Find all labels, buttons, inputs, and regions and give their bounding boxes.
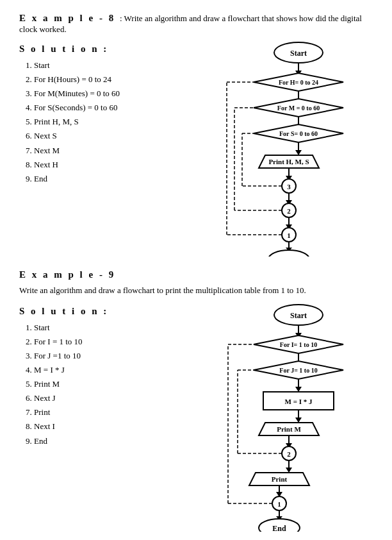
example9-block: E x a m p l e - 9 Write an algorithm and… [19,269,373,532]
example8-block: E x a m p l e - 8 : Write an algorithm a… [19,13,373,257]
step8-5: 5. Print H, M, S [26,115,199,129]
step8-1: 1. Start [26,58,199,72]
step8-2: 2. For H(Hours) = 0 to 24 [26,72,199,87]
step8-4: 4. For S(Seconds) = 0 to 60 [26,101,199,115]
example8-left: S o l u t i o n : 1. Start 2. For H(Hour… [19,38,199,257]
svg-text:Start: Start [290,311,307,320]
step9-7: 7. Print [26,405,199,419]
svg-marker-15 [295,150,302,155]
svg-text:3: 3 [287,183,291,190]
svg-text:Print: Print [272,475,288,483]
step8-6: 6. Next S [26,129,199,143]
example9-left: S o l u t i o n : 1. Start 2. For I = 1 … [19,301,199,532]
svg-marker-69 [286,468,292,473]
solution9-heading: S o l u t i o n : [19,306,199,317]
svg-text:Start: Start [290,49,307,58]
svg-text:2: 2 [287,207,291,215]
step8-3: 3. For M(Minutes) = 0 to 60 [26,87,199,101]
steps9: 1. Start 2. For I = 1 to 10 3. For J =1 … [19,321,199,448]
svg-marker-54 [295,387,302,392]
svg-text:1: 1 [277,500,281,508]
svg-marker-58 [295,418,302,423]
step8-8: 8. Next H [26,158,199,172]
step9-8: 8. Next I [26,419,199,434]
example9-intro: Write an algorithm and draw a flowchart … [19,284,373,298]
step8-7: 7. Next M [26,144,199,158]
step9-3: 3. For J =1 to 10 [26,349,199,363]
step9-2: 2. For I = 1 to 10 [26,335,199,349]
svg-text:M = I * J: M = I * J [285,398,313,405]
solution8-heading: S o l u t i o n : [19,44,199,55]
svg-text:For I= 1 to 10: For I= 1 to 10 [280,341,317,348]
example9-flowchart: Start For I= 1 to 10 For J= 1 to 10 M [199,301,373,532]
step9-4: 4. M = I * J [26,363,199,377]
svg-text:For S= 0 to 60: For S= 0 to 60 [279,130,318,137]
step8-9: 9. End [26,172,199,186]
svg-text:End: End [282,255,296,257]
example8-flowchart: Start For H= 0 to 24 For M = 0 to 60 [199,38,373,257]
svg-text:For H= 0 to 24: For H= 0 to 24 [279,79,318,86]
steps8: 1. Start 2. For H(Hours) = 0 to 24 3. Fo… [19,58,199,186]
flowchart8-svg: Start For H= 0 to 24 For M = 0 to 60 [215,38,356,257]
svg-text:For M = 0 to 60: For M = 0 to 60 [277,105,320,112]
example8-heading: E x a m p l e - 8 : Write an algorithm a… [19,13,373,35]
step9-6: 6. Next J [26,391,199,405]
svg-text:2: 2 [287,450,291,458]
flowchart9-svg: Start For I= 1 to 10 For J= 1 to 10 M [215,301,356,532]
svg-text:For J= 1 to 10: For J= 1 to 10 [279,367,317,374]
svg-text:Print M: Print M [277,425,301,433]
step9-5: 5. Print M [26,377,199,391]
svg-text:End: End [272,524,286,532]
example9-heading: E x a m p l e - 9 [19,269,373,280]
svg-text:Print H, M, S: Print H, M, S [268,158,309,165]
step9-1: 1. Start [26,321,199,335]
step9-9: 9. End [26,434,199,448]
svg-text:1: 1 [287,232,291,239]
